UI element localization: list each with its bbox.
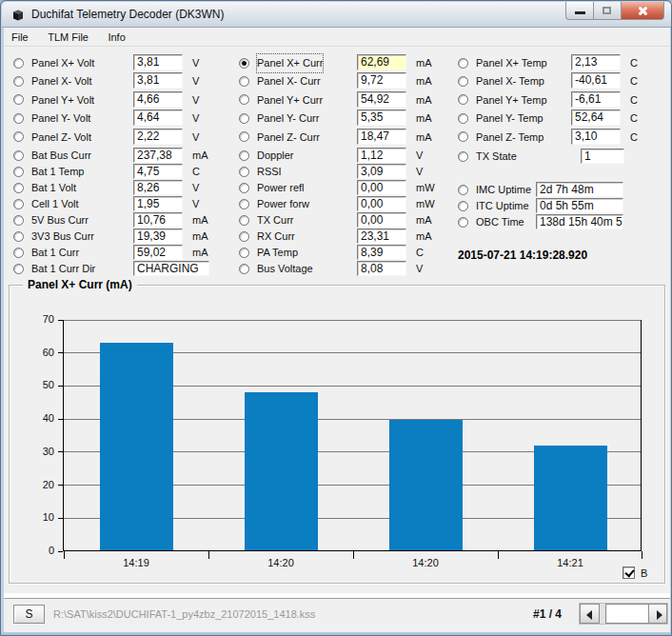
value-doppler[interactable]: 1,12 xyxy=(357,148,406,163)
value-pa-temp[interactable]: 8,39 xyxy=(357,245,406,260)
value-panel-y-volt[interactable]: 4,66 xyxy=(133,91,183,108)
telemetry-row-panel-y-volt: Panel Y- Volt4,64V xyxy=(11,109,230,128)
radio-panel-x-temp[interactable] xyxy=(458,58,468,69)
value-3v3-bus-curr[interactable]: 19,39 xyxy=(133,229,183,244)
telemetry-row-panel-x-curr: Panel X- Curr9,72mA xyxy=(237,72,456,90)
value-itc-uptime[interactable]: 0d 5h 55m xyxy=(536,198,623,213)
value-panel-y-curr[interactable]: 54,92 xyxy=(357,91,406,108)
radio-5v-bus-curr[interactable] xyxy=(13,215,24,226)
radio-panel-y-curr[interactable] xyxy=(239,113,249,124)
radio-cell-1-volt[interactable] xyxy=(13,199,24,209)
radio-panel-x-volt[interactable] xyxy=(13,58,24,69)
radio-power-refl[interactable] xyxy=(239,183,249,193)
radio-panel-z-temp[interactable] xyxy=(458,131,468,142)
value-cell-1-volt[interactable]: 1,95 xyxy=(133,196,183,211)
value-imc-uptime[interactable]: 2d 7h 48m xyxy=(536,182,623,197)
value-power-forw[interactable]: 0,00 xyxy=(357,196,406,211)
value-panel-x-temp[interactable]: -40,61 xyxy=(571,72,621,89)
app-icon xyxy=(10,8,26,23)
value-bat-1-curr[interactable]: 59,02 xyxy=(133,245,183,260)
radio-bat-1-curr-dir[interactable] xyxy=(13,264,24,274)
radio-tx-curr[interactable] xyxy=(239,215,249,226)
value-panel-z-temp[interactable]: 3,10 xyxy=(571,129,621,145)
value-5v-bus-curr[interactable]: 10,76 xyxy=(133,212,183,228)
value-bat-bus-curr[interactable]: 237,38 xyxy=(133,148,183,163)
radio-bus-voltage[interactable] xyxy=(239,264,249,274)
value-panel-z-volt[interactable]: 2,22 xyxy=(133,129,183,145)
value-panel-z-curr[interactable]: 18,47 xyxy=(357,129,406,145)
radio-panel-x-temp[interactable] xyxy=(458,76,468,87)
value-bus-voltage[interactable]: 8,08 xyxy=(357,261,406,276)
value-bat-1-temp[interactable]: 4,75 xyxy=(133,164,183,179)
label-rx-curr: RX Curr xyxy=(257,229,295,245)
radio-panel-y-temp[interactable] xyxy=(458,94,468,105)
radio-rx-curr[interactable] xyxy=(239,231,249,242)
radio-panel-x-curr[interactable] xyxy=(239,76,249,87)
radio-pa-temp[interactable] xyxy=(239,248,249,258)
radio-panel-z-curr[interactable] xyxy=(239,131,249,142)
radio-panel-x-volt[interactable] xyxy=(13,76,24,87)
telemetry-row-rx-curr: RX Curr23,31mA xyxy=(237,229,456,245)
scroll-right-button[interactable] xyxy=(648,604,667,624)
value-panel-y-volt[interactable]: 4,64 xyxy=(133,109,183,126)
menu-info[interactable]: Info xyxy=(100,28,132,47)
telemetry-row-panel-x-volt: Panel X- Volt3,81V xyxy=(11,72,230,90)
minimize-button[interactable] xyxy=(565,2,594,20)
telemetry-row-panel-y-volt: Panel Y+ Volt4,66V xyxy=(11,91,230,109)
label-panel-z-temp: Panel Z- Temp xyxy=(476,129,544,147)
value-bat-1-volt[interactable]: 8,26 xyxy=(133,180,183,195)
value-tx-state[interactable]: 1 xyxy=(581,149,624,164)
telemetry-row-panel-x-curr: Panel X+ Curr62,69mA xyxy=(237,54,456,72)
telemetry-row-bat-1-curr: Bat 1 Curr59,02mA xyxy=(11,245,230,261)
label-panel-z-curr: Panel Z- Curr xyxy=(257,129,320,147)
s-button[interactable]: S xyxy=(13,605,45,624)
radio-bat-1-curr[interactable] xyxy=(13,248,24,258)
radio-rssi[interactable] xyxy=(239,167,249,177)
value-panel-y-curr[interactable]: 5,35 xyxy=(357,109,406,126)
value-panel-x-temp[interactable]: 2,13 xyxy=(571,54,621,70)
menu-file[interactable]: File xyxy=(4,28,36,47)
radio-itc-uptime[interactable] xyxy=(458,201,468,211)
radio-panel-x-curr[interactable] xyxy=(239,58,249,69)
close-button[interactable] xyxy=(621,2,664,20)
radio-power-forw[interactable] xyxy=(239,199,249,209)
value-bat-1-curr-dir[interactable]: CHARGING xyxy=(133,261,209,276)
radio-panel-y-curr[interactable] xyxy=(239,94,249,105)
radio-3v3-bus-curr[interactable] xyxy=(13,231,24,242)
value-rssi[interactable]: 3,09 xyxy=(357,164,406,179)
value-panel-x-curr[interactable]: 9,72 xyxy=(357,72,406,89)
value-panel-x-curr[interactable]: 62,69 xyxy=(357,54,406,70)
radio-panel-y-volt[interactable] xyxy=(13,113,24,124)
radio-bat-1-temp[interactable] xyxy=(13,167,24,177)
label-panel-x-volt: Panel X+ Volt xyxy=(31,54,94,72)
value-panel-y-temp[interactable]: 52,64 xyxy=(571,109,621,126)
y-tick-label: 70 xyxy=(26,313,54,325)
radio-panel-y-temp[interactable] xyxy=(458,113,468,124)
telemetry-row-doppler: Doppler1,12V xyxy=(237,148,456,164)
y-tick-label: 0 xyxy=(26,545,54,556)
scrollbar-thumb[interactable] xyxy=(605,604,649,624)
menu-tlm-file[interactable]: TLM File xyxy=(40,28,96,47)
unit-doppler: V xyxy=(416,148,423,164)
value-obc-time[interactable]: 138d 15h 40m 50 xyxy=(536,214,623,229)
value-panel-x-volt[interactable]: 3,81 xyxy=(133,72,183,89)
value-panel-y-temp[interactable]: -6,61 xyxy=(571,91,621,108)
scroll-left-button[interactable] xyxy=(580,604,600,624)
radio-doppler[interactable] xyxy=(239,150,249,161)
b-checkbox[interactable] xyxy=(623,566,635,579)
y-tick-label: 60 xyxy=(26,347,54,358)
radio-bat-1-volt[interactable] xyxy=(13,183,24,193)
radio-bat-bus-curr[interactable] xyxy=(13,150,24,161)
radio-panel-z-volt[interactable] xyxy=(13,131,24,142)
frame-counter: #1 / 4 xyxy=(533,599,562,629)
radio-obc-time[interactable] xyxy=(458,217,468,228)
radio-panel-y-volt[interactable] xyxy=(13,94,24,105)
value-panel-x-volt[interactable]: 3,81 xyxy=(133,54,183,70)
telemetry-row-5v-bus-curr: 5V Bus Curr10,76mA xyxy=(11,212,230,229)
value-tx-curr[interactable]: 0,00 xyxy=(357,212,406,228)
value-rx-curr[interactable]: 23,31 xyxy=(357,229,406,244)
radio-imc-uptime[interactable] xyxy=(458,185,468,195)
value-power-refl[interactable]: 0,00 xyxy=(357,180,406,195)
radio-tx-state[interactable] xyxy=(458,151,468,162)
maximize-button[interactable] xyxy=(594,2,621,20)
